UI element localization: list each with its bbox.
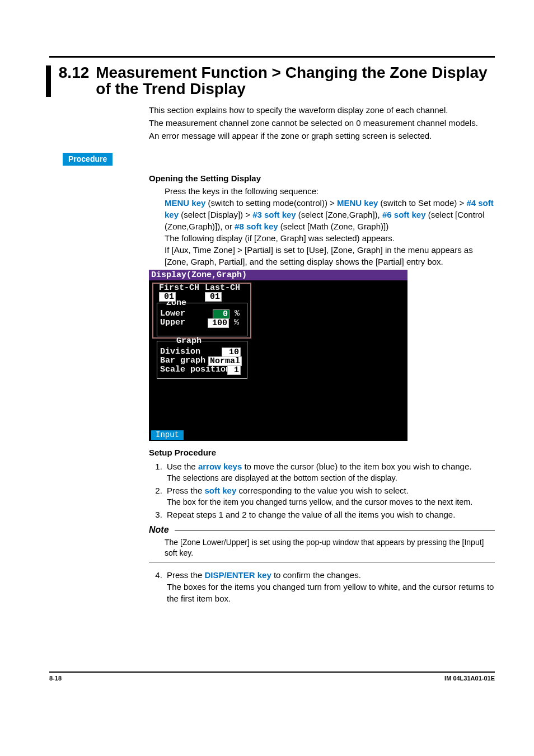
disp-enter-key: DISP/ENTER key [205, 570, 271, 580]
section-heading: 8.12 Measurement Function > Changing the… [46, 63, 495, 97]
softkey-8: #8 soft key [235, 222, 278, 231]
opening-setting-title: Opening the Setting Display [149, 172, 495, 184]
intro-line: This section explains how to specify the… [149, 104, 495, 116]
upper-value[interactable]: 100 [208, 318, 229, 328]
soft-key: soft key [205, 486, 237, 495]
step-1: Use the arrow keys to move the cursor (b… [165, 461, 495, 483]
input-softkey[interactable]: Input [151, 430, 184, 440]
setup-procedure-title: Setup Procedure [149, 447, 495, 458]
scalepos-label: Scale position [160, 365, 231, 374]
heading-number: 8.12 [59, 63, 90, 81]
setup-steps-cont: Press the DISP/ENTER key to confirm the … [149, 569, 495, 604]
leadin-text: Press the keys in the following sequence… [165, 185, 495, 197]
procedure-label: Procedure [63, 153, 113, 166]
step-3: Repeat steps 1 and 2 to change the value… [165, 509, 495, 520]
upper-label: Upper [160, 318, 185, 327]
page-number: 8-18 [49, 675, 62, 682]
intro-line: The measurement channel zone cannot be s… [149, 117, 495, 129]
device-screenshot: Display(Zone,Graph) Zone Graph First-CH … [149, 270, 407, 441]
bargraph-label: Bar graph [160, 356, 205, 365]
lower-value[interactable]: 0 [213, 309, 229, 319]
heading-title: Measurement Function > Changing the Zone… [96, 63, 495, 97]
menu-key: MENU key [337, 198, 378, 208]
note-block: Note The [Zone Lower/Upper] is set using… [149, 524, 495, 562]
doc-id: IM 04L31A01-01E [444, 675, 495, 682]
last-ch-label: Last-CH [205, 284, 240, 292]
page-footer: 8-18 IM 04L31A01-01E [49, 672, 495, 682]
step-2: Press the soft key corresponding to the … [165, 485, 495, 508]
heading-marker [46, 65, 51, 97]
after-text: The following display (if [Zone, Graph] … [165, 232, 495, 244]
division-value[interactable]: 10 [222, 348, 241, 357]
note-text: The [Zone Lower/Upper] is set using the … [165, 537, 495, 558]
softkey-3: #3 soft key [252, 210, 296, 219]
softkey-6: #6 soft key [382, 210, 426, 219]
setup-steps: Use the arrow keys to move the cursor (b… [149, 461, 495, 520]
first-ch-value[interactable]: 01 [159, 292, 176, 302]
graph-legend: Graph [175, 337, 203, 345]
arrow-keys: arrow keys [198, 462, 242, 471]
first-ch-label: First-CH [159, 284, 199, 292]
intro-line: An error message will appear if the zone… [149, 130, 495, 142]
last-ch-value[interactable]: 01 [205, 292, 222, 302]
after-text: If [Aux, Time Zone] > [Partial] is set t… [165, 244, 495, 267]
division-label: Division [160, 348, 200, 356]
step-4: Press the DISP/ENTER key to confirm the … [165, 569, 495, 604]
key-sequence: MENU key (switch to setting mode(control… [165, 197, 495, 232]
intro-text: This section explains how to specify the… [149, 104, 495, 142]
menu-key: MENU key [165, 198, 205, 208]
lower-label: Lower [160, 309, 185, 318]
note-label: Note [149, 524, 169, 536]
screen-title: Display(Zone,Graph) [149, 270, 407, 280]
scalepos-value[interactable]: 1 [227, 365, 241, 375]
bargraph-value[interactable]: Normal [208, 356, 242, 366]
